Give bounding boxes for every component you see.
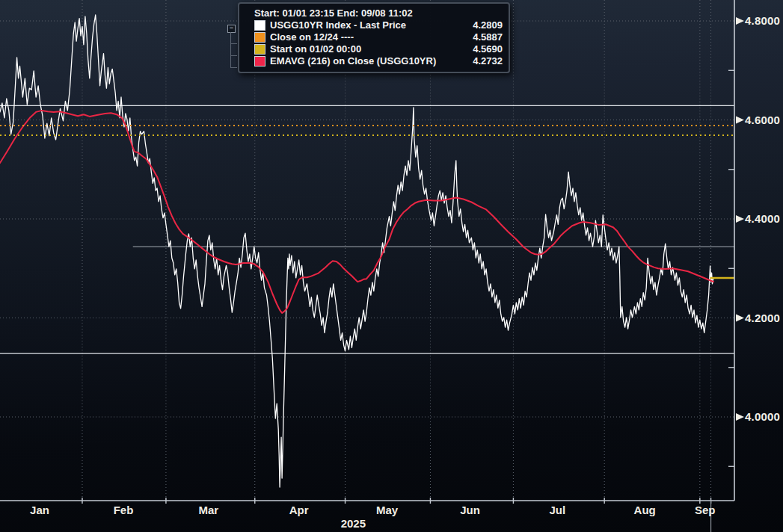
legend-row-label: EMAVG (216) on Close (USGG10YR) <box>270 55 467 67</box>
x-axis-month-label: Mar <box>199 504 219 516</box>
legend-row-label: Close on 12/24 ---- <box>270 31 467 43</box>
y-axis-tick-label: 4.6000 <box>745 114 780 127</box>
series-swatch-white <box>254 20 265 31</box>
x-axis-month-label: Jul <box>549 504 565 516</box>
bloomberg-chart-window: 4.8000 4.6000 4.4000 4.2000 4.0000 Jan F… <box>0 0 783 532</box>
legend-row-label: USGG10YR Index - Last Price <box>270 19 467 31</box>
x-axis-year-label: 2025 <box>341 517 366 530</box>
legend-row-value: 4.2732 <box>473 55 503 67</box>
y-axis-tick-label: 4.4000 <box>745 212 780 226</box>
dotted-reference-lines <box>0 126 734 135</box>
chart-legend[interactable]: − Start: 01/01 23:15 End: 09/08 11:02 US… <box>238 2 510 73</box>
legend-tree-stub <box>230 67 237 68</box>
x-axis-month-label: May <box>376 504 398 516</box>
y-axis-tick-label: 4.8000 <box>745 14 780 28</box>
y-axis-arrow-icons <box>736 17 744 421</box>
x-axis-month-label: Jan <box>30 504 49 516</box>
series-swatch-yellow <box>254 44 265 55</box>
price-line <box>0 15 713 487</box>
legend-tree-stub <box>230 43 237 44</box>
x-axis-month-label: Feb <box>114 504 134 516</box>
x-axis-month-label: Jun <box>460 504 480 516</box>
legend-collapse-icon[interactable]: − <box>227 25 236 33</box>
series-swatch-orange <box>254 32 265 43</box>
ema-line <box>0 111 713 313</box>
legend-period-header: Start: 01/01 23:15 End: 09/08 11:02 <box>254 7 503 19</box>
legend-row-value: 4.2809 <box>473 19 503 31</box>
y-axis-tick-label: 4.0000 <box>745 410 780 424</box>
x-axis-month-label: Sep <box>695 504 716 516</box>
legend-row-emavg[interactable]: EMAVG (216) on Close (USGG10YR) 4.2732 <box>254 55 503 67</box>
legend-row-label: Start on 01/02 00:00 <box>270 43 467 55</box>
x-axis-month-label: Apr <box>289 504 309 516</box>
legend-row-value: 4.5887 <box>473 31 503 43</box>
v-gridlines <box>82 0 711 501</box>
legend-row-value: 4.5690 <box>473 43 503 55</box>
legend-tree-stub <box>230 55 237 56</box>
series-swatch-red <box>254 56 265 66</box>
legend-row-close[interactable]: Close on 12/24 ---- 4.5887 <box>254 31 503 43</box>
reference-lines <box>0 105 734 353</box>
legend-tree-connector <box>230 32 231 68</box>
legend-row-last-price[interactable]: USGG10YR Index - Last Price 4.2809 <box>254 19 503 31</box>
chart-canvas[interactable] <box>0 0 783 532</box>
x-axis-month-label: Aug <box>634 504 656 516</box>
legend-row-start[interactable]: Start on 01/02 00:00 4.5690 <box>254 43 503 55</box>
y-axis-tick-label: 4.2000 <box>745 312 780 325</box>
